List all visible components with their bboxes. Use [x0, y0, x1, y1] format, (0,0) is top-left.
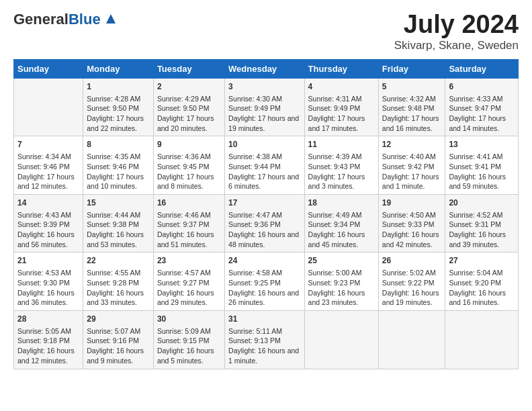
- cell-content: Daylight: 17 hours and 1 minute.: [382, 172, 442, 191]
- cell-content: Sunrise: 4:28 AM: [87, 94, 150, 104]
- cell-content: Sunrise: 4:36 AM: [157, 152, 221, 162]
- cell-content: Sunset: 9:50 PM: [157, 103, 221, 113]
- cell-content: Daylight: 16 hours and 59 minutes.: [449, 172, 515, 191]
- cell-content: Sunset: 9:18 PM: [17, 336, 79, 346]
- cell-content: Sunrise: 4:43 AM: [17, 210, 79, 220]
- cell-content: Sunrise: 5:00 AM: [308, 268, 375, 278]
- col-wednesday: Wednesday: [225, 59, 304, 78]
- calendar-cell: 23Sunrise: 4:57 AMSunset: 9:27 PMDayligh…: [153, 253, 224, 311]
- cell-content: Sunrise: 4:33 AM: [449, 94, 515, 104]
- date-number: 29: [87, 314, 150, 325]
- calendar-cell: 1Sunrise: 4:28 AMSunset: 9:50 PMDaylight…: [83, 78, 154, 136]
- cell-content: Sunset: 9:15 PM: [157, 336, 221, 346]
- cell-content: Sunrise: 5:07 AM: [87, 326, 150, 336]
- cell-content: Daylight: 16 hours and 48 minutes.: [228, 230, 300, 249]
- cell-content: Sunset: 9:39 PM: [17, 220, 79, 230]
- cell-content: Sunset: 9:28 PM: [87, 278, 150, 288]
- calendar-cell: 21Sunrise: 4:53 AMSunset: 9:30 PMDayligh…: [14, 253, 83, 311]
- date-number: 19: [382, 197, 442, 209]
- cell-content: Sunrise: 4:30 AM: [228, 94, 300, 104]
- cell-content: Sunrise: 4:46 AM: [157, 210, 221, 220]
- cell-content: Sunset: 9:23 PM: [308, 278, 375, 288]
- cell-content: Sunrise: 5:09 AM: [157, 326, 221, 336]
- cell-content: Sunset: 9:46 PM: [87, 162, 150, 172]
- col-saturday: Saturday: [445, 59, 519, 78]
- cell-content: Daylight: 17 hours and 12 minutes.: [17, 172, 79, 191]
- cell-content: Sunrise: 4:49 AM: [308, 210, 375, 220]
- cell-content: Sunset: 9:13 PM: [228, 336, 300, 346]
- cell-content: Daylight: 16 hours and 5 minutes.: [157, 346, 221, 365]
- cell-content: Sunrise: 4:38 AM: [228, 152, 300, 162]
- cell-content: Daylight: 16 hours and 45 minutes.: [308, 230, 375, 249]
- cell-content: Sunrise: 4:34 AM: [17, 152, 79, 162]
- cell-content: Sunrise: 4:40 AM: [382, 152, 442, 162]
- cell-content: Daylight: 16 hours and 42 minutes.: [382, 230, 442, 249]
- cell-content: Daylight: 17 hours and 14 minutes.: [449, 113, 515, 133]
- calendar-cell: 19Sunrise: 4:50 AMSunset: 9:33 PMDayligh…: [378, 194, 445, 253]
- cell-content: Sunset: 9:37 PM: [157, 220, 221, 230]
- date-number: 2: [157, 81, 221, 93]
- cell-content: Sunset: 9:20 PM: [449, 278, 515, 288]
- cell-content: Sunrise: 4:39 AM: [308, 152, 375, 162]
- date-number: 25: [308, 255, 375, 267]
- cell-content: Sunset: 9:47 PM: [449, 103, 515, 113]
- cell-content: Sunset: 9:16 PM: [87, 336, 150, 346]
- date-number: 6: [449, 81, 515, 93]
- cell-content: Sunrise: 4:47 AM: [228, 210, 300, 220]
- cell-content: Daylight: 16 hours and 16 minutes.: [449, 288, 515, 308]
- cell-content: Sunrise: 4:55 AM: [87, 268, 150, 278]
- calendar-cell: [445, 310, 519, 369]
- calendar-cell: 25Sunrise: 5:00 AMSunset: 9:23 PMDayligh…: [304, 253, 378, 311]
- calendar-cell: [378, 310, 445, 369]
- calendar-cell: 20Sunrise: 4:52 AMSunset: 9:31 PMDayligh…: [445, 194, 519, 253]
- calendar-cell: 12Sunrise: 4:40 AMSunset: 9:42 PMDayligh…: [378, 136, 445, 195]
- date-number: 12: [382, 139, 442, 150]
- calendar-cell: 3Sunrise: 4:30 AMSunset: 9:49 PMDaylight…: [225, 78, 304, 136]
- date-number: 15: [87, 197, 150, 209]
- cell-content: Sunset: 9:46 PM: [17, 162, 79, 172]
- col-tuesday: Tuesday: [153, 59, 224, 78]
- calendar-cell: [304, 310, 378, 369]
- cell-content: Sunset: 9:42 PM: [382, 162, 442, 172]
- date-number: 22: [87, 255, 150, 267]
- cell-content: Sunrise: 5:02 AM: [382, 268, 442, 278]
- cell-content: Sunrise: 5:05 AM: [17, 326, 79, 336]
- header-row: Sunday Monday Tuesday Wednesday Thursday…: [14, 59, 519, 78]
- date-number: 10: [228, 139, 300, 150]
- cell-content: Daylight: 17 hours and 20 minutes.: [157, 113, 221, 133]
- calendar-cell: 22Sunrise: 4:55 AMSunset: 9:28 PMDayligh…: [83, 253, 154, 311]
- cell-content: Daylight: 17 hours and 16 minutes.: [382, 113, 442, 133]
- date-number: 3: [228, 81, 300, 93]
- cell-content: Daylight: 16 hours and 23 minutes.: [308, 288, 375, 308]
- date-number: 23: [157, 255, 221, 267]
- calendar-cell: 24Sunrise: 4:58 AMSunset: 9:25 PMDayligh…: [225, 253, 304, 311]
- cell-content: Daylight: 17 hours and 6 minutes.: [228, 172, 300, 191]
- date-number: 30: [157, 314, 221, 325]
- cell-content: Daylight: 16 hours and 29 minutes.: [157, 288, 221, 308]
- cell-content: Daylight: 16 hours and 56 minutes.: [17, 230, 79, 249]
- cell-content: Sunrise: 5:04 AM: [449, 268, 515, 278]
- date-number: 31: [228, 314, 300, 325]
- cell-content: Sunset: 9:45 PM: [157, 162, 221, 172]
- cell-content: Daylight: 16 hours and 53 minutes.: [87, 230, 150, 249]
- svg-marker-0: [106, 14, 116, 24]
- calendar-row: 7Sunrise: 4:34 AMSunset: 9:46 PMDaylight…: [14, 136, 519, 195]
- calendar-cell: 16Sunrise: 4:46 AMSunset: 9:37 PMDayligh…: [153, 194, 224, 253]
- cell-content: Sunrise: 4:53 AM: [17, 268, 79, 278]
- date-number: 13: [449, 139, 515, 150]
- date-number: 8: [87, 139, 150, 150]
- calendar-cell: 31Sunrise: 5:11 AMSunset: 9:13 PMDayligh…: [225, 310, 304, 369]
- date-number: 17: [228, 197, 300, 209]
- calendar-table: Sunday Monday Tuesday Wednesday Thursday…: [13, 59, 519, 369]
- calendar-cell: 26Sunrise: 5:02 AMSunset: 9:22 PMDayligh…: [378, 253, 445, 311]
- date-number: 27: [449, 255, 515, 267]
- cell-content: Sunset: 9:33 PM: [382, 220, 442, 230]
- cell-content: Sunrise: 4:35 AM: [87, 152, 150, 162]
- calendar-row: 28Sunrise: 5:05 AMSunset: 9:18 PMDayligh…: [14, 310, 519, 369]
- cell-content: Sunrise: 4:50 AM: [382, 210, 442, 220]
- date-number: 14: [17, 197, 79, 209]
- calendar-cell: 7Sunrise: 4:34 AMSunset: 9:46 PMDaylight…: [14, 136, 83, 195]
- cell-content: Sunrise: 4:41 AM: [449, 152, 515, 162]
- date-number: 24: [228, 255, 300, 267]
- cell-content: Sunset: 9:27 PM: [157, 278, 221, 288]
